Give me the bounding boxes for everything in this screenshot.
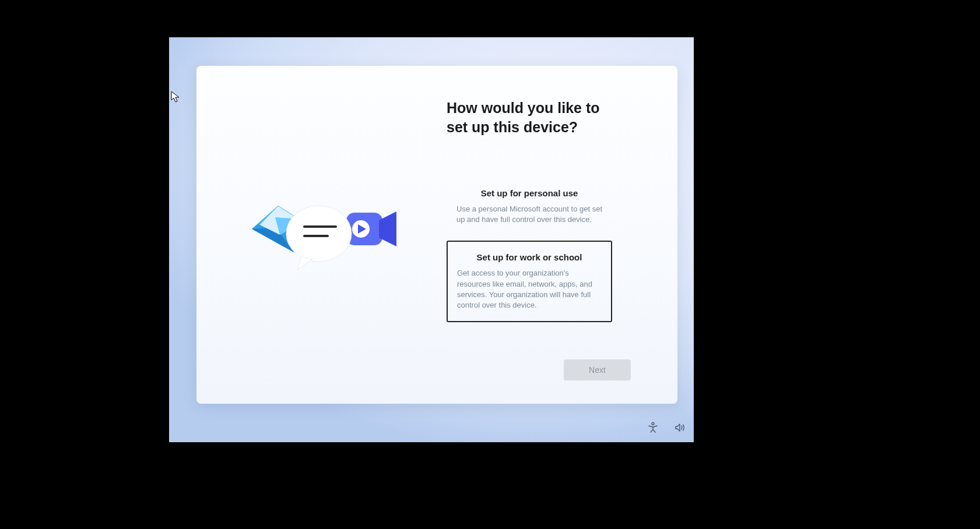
accessibility-icon[interactable] xyxy=(645,419,661,436)
illustration-pane xyxy=(196,66,447,404)
chat-icon xyxy=(286,206,352,270)
page-title: How would you like to set up this device… xyxy=(447,98,621,136)
system-tray xyxy=(645,419,688,436)
next-button[interactable]: Next xyxy=(564,359,631,380)
setup-illustration xyxy=(246,188,398,281)
option-desc: Use a personal Microsoft account to get … xyxy=(456,204,602,225)
option-work-school[interactable]: Set up for work or school Get access to … xyxy=(447,241,612,322)
video-icon xyxy=(346,211,396,246)
option-title: Set up for work or school xyxy=(457,252,602,262)
mouse-cursor xyxy=(171,91,180,104)
option-title: Set up for personal use xyxy=(456,188,602,198)
option-personal-use[interactable]: Set up for personal use Use a personal M… xyxy=(447,177,612,236)
volume-icon[interactable] xyxy=(672,419,688,436)
options-pane: How would you like to set up this device… xyxy=(447,66,677,404)
svg-point-5 xyxy=(652,422,654,425)
svg-point-2 xyxy=(286,206,352,262)
option-desc: Get access to your organization's resour… xyxy=(457,268,602,311)
setup-card: How would you like to set up this device… xyxy=(196,66,677,404)
